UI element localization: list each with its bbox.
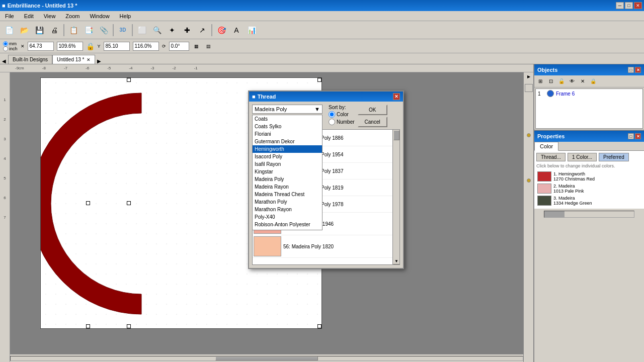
tab-right-arrow[interactable]: ▶ — [95, 58, 103, 64]
chart-button[interactable]: 📊 — [245, 23, 259, 37]
handle-bottom-right[interactable] — [317, 324, 321, 328]
thread-item-7[interactable]: 56: Madeira Poly 1820 — [253, 235, 399, 258]
ok-button[interactable]: OK — [358, 105, 387, 115]
thread-brand-dropdown[interactable]: Madeira Poly ▼ Coats Coats Sylko Florian… — [252, 105, 323, 114]
dropdown-item-madeira-rayon[interactable]: Madeira Rayon — [253, 183, 322, 191]
h-scrollbar-track[interactable] — [10, 356, 523, 361]
dropdown-item-marathon-rayon[interactable]: Marathon Rayon — [253, 206, 322, 213]
props-close-btn[interactable]: ✕ — [635, 133, 641, 139]
angle-input[interactable] — [169, 42, 189, 51]
dropdown-item-robison-rayon[interactable]: Robison-Anton Rayon — [253, 228, 322, 230]
handle-mid-center[interactable] — [127, 201, 131, 205]
new-button[interactable]: 📄 — [2, 23, 16, 37]
zoom-y-input[interactable] — [133, 42, 159, 51]
obj-tool-1[interactable]: ⊞ — [535, 77, 545, 86]
handle-top-center[interactable] — [127, 78, 131, 82]
handle-bottom-left[interactable] — [86, 324, 90, 328]
thread-button[interactable]: Thread... — [536, 153, 566, 161]
menu-zoom[interactable]: Zoom — [62, 13, 83, 20]
target-button[interactable]: 🎯 — [214, 23, 228, 37]
obj-tool-hide[interactable]: 👁 — [567, 77, 577, 86]
dropdown-item-marathon-poly[interactable]: Marathon Poly — [253, 198, 322, 206]
h-scrollbar-thumb[interactable] — [215, 356, 318, 360]
obj-tool-delete[interactable]: ✕ — [578, 77, 588, 86]
menu-file[interactable]: File — [2, 13, 17, 20]
zoom-x-input[interactable] — [57, 42, 83, 51]
canvas-knob-1[interactable] — [527, 133, 531, 137]
dropdown-item-isacord[interactable]: Isacord Poly — [253, 153, 322, 160]
unit-inch-option[interactable]: inch — [3, 46, 18, 51]
paste-button[interactable]: 📑 — [82, 23, 96, 37]
save-button[interactable]: 💾 — [32, 23, 46, 37]
sort-number-option[interactable]: Number — [329, 119, 355, 125]
tab-close-icon[interactable]: ✕ — [87, 57, 91, 62]
grid-btn-2[interactable]: ▤ — [204, 42, 213, 51]
handle-top-right[interactable] — [317, 78, 321, 82]
dropdown-item-isafil[interactable]: Isafil Rayon — [253, 160, 322, 168]
move-button[interactable]: ✚ — [180, 23, 194, 37]
tab-untitled[interactable]: Untitled 13 * ✕ — [52, 55, 95, 64]
duplicate-button[interactable]: 📎 — [97, 23, 111, 37]
canvas-knob-2[interactable] — [527, 178, 531, 183]
open-button[interactable]: 📂 — [17, 23, 31, 37]
color-entry-1[interactable]: 1. Hemingworth1270 Christmas Red — [536, 170, 642, 183]
h-scroll-right[interactable] — [544, 211, 634, 218]
tab-left-arrow[interactable]: ◀ — [0, 58, 8, 64]
search-button[interactable]: 🔍 — [150, 23, 164, 37]
dropdown-header[interactable]: Madeira Poly ▼ — [252, 105, 323, 114]
obj-tool-2[interactable]: ⊡ — [546, 77, 556, 86]
preferred-button[interactable]: Preferred — [599, 153, 629, 161]
handle-top-left[interactable] — [86, 78, 87, 79]
thread-scroll-down[interactable]: ▼ — [393, 257, 400, 264]
sort-color-radio[interactable] — [329, 111, 335, 118]
collapse-arrow-right[interactable]: ▶ — [527, 74, 530, 79]
y-coord-input[interactable] — [104, 42, 130, 51]
objects-close-btn[interactable]: ✕ — [635, 67, 641, 73]
dropdown-item-hemingworth[interactable]: Hemingworth — [253, 145, 322, 153]
star-button[interactable]: ✦ — [165, 23, 179, 37]
dropdown-item-gutermann[interactable]: Gutermann Dekor — [253, 138, 322, 145]
menu-view[interactable]: View — [41, 13, 59, 20]
thread-scroll-thumb[interactable] — [393, 130, 399, 140]
object-item-1[interactable]: 1 Frame 6 — [536, 89, 642, 98]
copy-button[interactable]: 📋 — [66, 23, 80, 37]
one-color-button[interactable]: 1 Color... — [568, 153, 597, 161]
thread-scrollbar[interactable]: ▼ — [392, 130, 399, 264]
h-scroll-thumb-right[interactable] — [544, 211, 565, 217]
dropdown-item-robison-poly[interactable]: Robison-Anton Polyester — [253, 221, 322, 228]
dropdown-item-coats[interactable]: Coats — [253, 115, 322, 123]
arrow-button[interactable]: ↗ — [195, 23, 209, 37]
dropdown-item-kingstar[interactable]: Kingstar — [253, 168, 322, 175]
unit-mm-option[interactable]: mm — [3, 41, 18, 46]
minimize-button[interactable]: ─ — [616, 2, 624, 9]
menu-window[interactable]: Window — [87, 13, 112, 20]
obj-tool-lock2[interactable]: 🔒 — [588, 77, 598, 86]
x-coord-input[interactable] — [28, 42, 54, 51]
menu-help[interactable]: Help — [117, 13, 134, 20]
sort-color-option[interactable]: Color — [329, 111, 355, 118]
sort-number-radio[interactable] — [329, 119, 335, 125]
dropdown-list[interactable]: Coats Coats Sylko Floriani Gutermann Dek… — [252, 115, 323, 230]
color-entry-2[interactable]: 2. Madeira1013 Pale Pink — [536, 183, 642, 195]
menu-edit[interactable]: Edit — [21, 13, 37, 20]
props-expand-btn[interactable]: □ — [628, 133, 634, 139]
h-scrollbar[interactable] — [10, 354, 523, 362]
hoop-button[interactable]: ⬜ — [135, 23, 149, 37]
3d-button[interactable]: 3D — [116, 23, 130, 37]
dialog-close-button[interactable]: ✕ — [393, 93, 400, 100]
dropdown-item-madeira-poly[interactable]: Madeira Poly — [253, 175, 322, 183]
close-button[interactable]: ✕ — [634, 2, 642, 9]
text-button[interactable]: A — [229, 23, 244, 37]
handle-mid-left[interactable] — [86, 201, 90, 205]
print-button[interactable]: 🖨 — [47, 23, 61, 37]
maximize-button[interactable]: □ — [625, 2, 633, 9]
obj-tool-lock[interactable]: 🔓 — [556, 77, 567, 86]
thread-dialog[interactable]: ■ Thread ✕ Madeira Poly ▼ Coats Coats Sy… — [248, 90, 404, 269]
cancel-button[interactable]: Cancel — [358, 117, 387, 127]
dropdown-item-polyx40[interactable]: Poly-X40 — [253, 213, 322, 221]
dropdown-item-floriani[interactable]: Floriani — [253, 130, 322, 138]
color-entry-3[interactable]: 3. Madeira1334 Hedge Green — [536, 195, 642, 207]
handle-bottom-center[interactable] — [127, 324, 131, 328]
dropdown-item-madeira-thread[interactable]: Madeira Thread Chest — [253, 191, 322, 198]
tab-built-in[interactable]: Built-In Designs — [8, 55, 52, 64]
